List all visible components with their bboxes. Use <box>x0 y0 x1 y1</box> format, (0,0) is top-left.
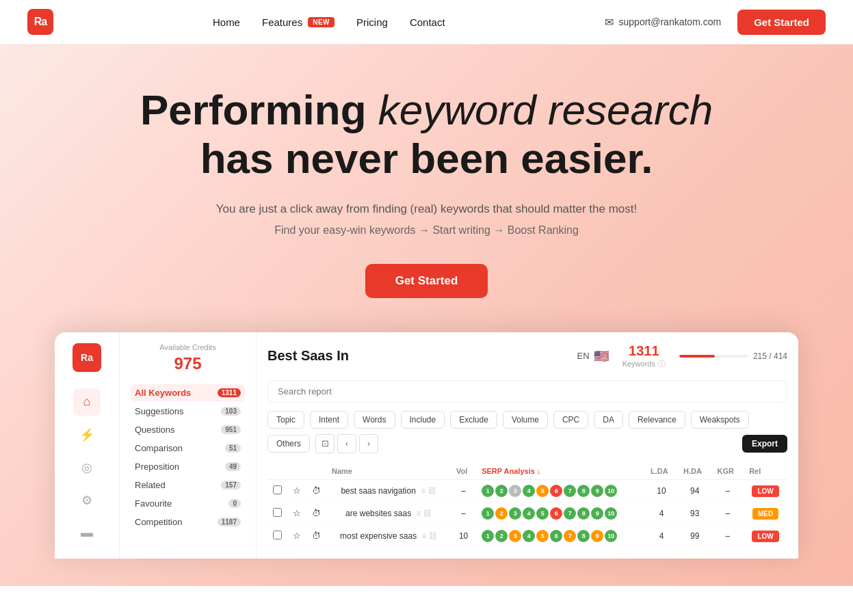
progress-bar <box>679 355 748 358</box>
category-all-label: All Keywords <box>135 388 191 398</box>
logo-box: Ra <box>27 9 53 35</box>
filter-words[interactable]: Words <box>354 411 395 429</box>
sidebar-settings-icon[interactable]: ⚙ <box>73 487 101 514</box>
category-competition-count: 1187 <box>218 518 241 526</box>
serp-dot: 5 <box>536 485 549 497</box>
keywords-count: 1311 Keywords ⓘ <box>622 343 666 369</box>
pagination-arrows: ⊡ ‹ › <box>315 434 378 453</box>
keyword-name: best saas navigation ≡ ⛓ <box>326 479 451 502</box>
serp-dot: 6 <box>550 485 562 497</box>
list-icon[interactable]: ≡ <box>421 531 426 541</box>
category-related[interactable]: Related 157 <box>131 477 245 494</box>
search-input[interactable] <box>267 380 787 403</box>
link-icon[interactable]: ⛓ <box>423 509 432 518</box>
hero-subtitle: You are just a click away from finding (… <box>216 202 637 216</box>
nav-links: Home Features NEW Pricing Contact <box>213 16 445 28</box>
keyword-lda: 4 <box>645 502 678 524</box>
row-checkbox[interactable] <box>273 508 282 517</box>
row-checkbox[interactable] <box>273 485 282 494</box>
filter-include[interactable]: Include <box>401 411 445 429</box>
row-checkbox[interactable] <box>273 531 282 539</box>
link-icon[interactable]: ⛓ <box>428 486 436 496</box>
clock-button[interactable]: ⏱ <box>306 524 326 547</box>
link-icon[interactable]: ⛓ <box>429 531 437 541</box>
nav-features-wrapper: Features NEW <box>262 16 334 28</box>
left-panel: Available Credits 975 All Keywords 1311 … <box>120 332 257 559</box>
support-link[interactable]: ✉ support@rankatom.com <box>605 16 722 29</box>
clock-button[interactable]: ⏱ <box>306 479 326 502</box>
list-icon[interactable]: ≡ <box>421 486 425 496</box>
keyword-name: most expensive saas ≡ ⛓ <box>326 524 451 547</box>
filter-topic[interactable]: Topic <box>267 411 304 429</box>
language-badge: EN 🇺🇸 <box>577 349 609 364</box>
category-favourite-count: 0 <box>228 499 241 508</box>
filter-da[interactable]: DA <box>594 411 623 429</box>
keyword-serp: 12345678910 <box>476 524 645 547</box>
app-sidebar: Ra ⌂ ⚡ ◎ ⚙ ▬ <box>55 332 120 559</box>
table-row: ☆ ⏱ are websites saas ≡ ⛓ – 12345678910 … <box>267 502 787 524</box>
serp-dot: 4 <box>523 485 535 497</box>
star-button[interactable]: ☆ <box>287 479 306 502</box>
navbar-get-started-button[interactable]: Get Started <box>737 10 826 35</box>
keyword-lda: 10 <box>645 479 678 502</box>
filter-cpc[interactable]: CPC <box>553 411 588 429</box>
app-preview: Ra ⌂ ⚡ ◎ ⚙ ▬ Available Credits 975 All K… <box>55 332 798 559</box>
sidebar-bolt-icon[interactable]: ⚡ <box>73 421 101 448</box>
filter-relevance[interactable]: Relevance <box>629 411 685 429</box>
export-button[interactable]: Export <box>742 435 787 453</box>
new-badge: NEW <box>308 17 334 27</box>
nav-features[interactable]: Features <box>262 16 302 28</box>
sidebar-home-icon[interactable]: ⌂ <box>73 388 101 416</box>
serp-dot: 7 <box>564 530 576 542</box>
star-button[interactable]: ☆ <box>287 502 306 524</box>
keyword-serp: 12345678910 <box>476 479 645 502</box>
serp-dot: 5 <box>536 507 549 520</box>
serp-dot: 8 <box>577 530 590 542</box>
keyword-rel: LOW <box>744 524 787 547</box>
category-comparison[interactable]: Comparison 51 <box>131 440 245 457</box>
logo-text: Ra <box>34 16 47 28</box>
filter-volume[interactable]: Volume <box>503 411 548 429</box>
serp-dot: 9 <box>591 507 603 520</box>
doc-button[interactable]: ⊡ <box>315 434 334 453</box>
header-right: EN 🇺🇸 1311 Keywords ⓘ <box>577 343 787 369</box>
filter-weakspots[interactable]: Weakspots <box>691 411 749 429</box>
filter-others[interactable]: Others <box>267 435 310 453</box>
hero-title-part2: has never been easier. <box>200 135 653 182</box>
hero-cta-button[interactable]: Get Started <box>365 264 488 298</box>
prev-arrow[interactable]: ‹ <box>337 434 356 453</box>
sidebar-target-icon[interactable]: ◎ <box>73 454 101 481</box>
sidebar-card-icon[interactable]: ▬ <box>73 520 101 547</box>
th-checkbox <box>267 463 287 480</box>
keyword-hda: 94 <box>678 479 711 502</box>
filter-exclude[interactable]: Exclude <box>450 411 497 429</box>
clock-button[interactable]: ⏱ <box>306 502 326 524</box>
category-suggestions[interactable]: Suggestions 103 <box>131 403 245 420</box>
list-icon[interactable]: ≡ <box>416 509 421 518</box>
category-preposition[interactable]: Preposition 49 <box>131 458 245 475</box>
serp-dot: 7 <box>564 485 576 497</box>
keyword-name: are websites saas ≡ ⛓ <box>326 502 451 524</box>
nav-home[interactable]: Home <box>213 16 240 28</box>
category-questions[interactable]: Questions 951 <box>131 421 245 438</box>
nav-pricing[interactable]: Pricing <box>356 16 388 28</box>
category-all-keywords[interactable]: All Keywords 1311 <box>131 384 245 401</box>
th-star <box>287 463 306 480</box>
category-competition-label: Competition <box>135 517 182 527</box>
keyword-kgr: – <box>711 502 744 524</box>
category-related-label: Related <box>135 480 166 490</box>
lang-text: EN <box>577 351 590 361</box>
logo[interactable]: Ra <box>27 9 53 35</box>
keyword-vol: – <box>451 502 476 524</box>
category-suggestions-label: Suggestions <box>135 406 184 416</box>
filter-intent[interactable]: Intent <box>310 411 348 429</box>
serp-dot: 10 <box>605 507 617 520</box>
category-favourite[interactable]: Favourite 0 <box>131 495 245 512</box>
serp-dot: 6 <box>550 530 562 542</box>
next-arrow[interactable]: › <box>359 434 378 453</box>
category-competition[interactable]: Competition 1187 <box>131 513 245 531</box>
hero-section: Performing keyword research has never be… <box>0 44 853 586</box>
keyword-hda: 93 <box>678 502 711 524</box>
nav-contact[interactable]: Contact <box>410 16 445 28</box>
star-button[interactable]: ☆ <box>287 524 306 547</box>
